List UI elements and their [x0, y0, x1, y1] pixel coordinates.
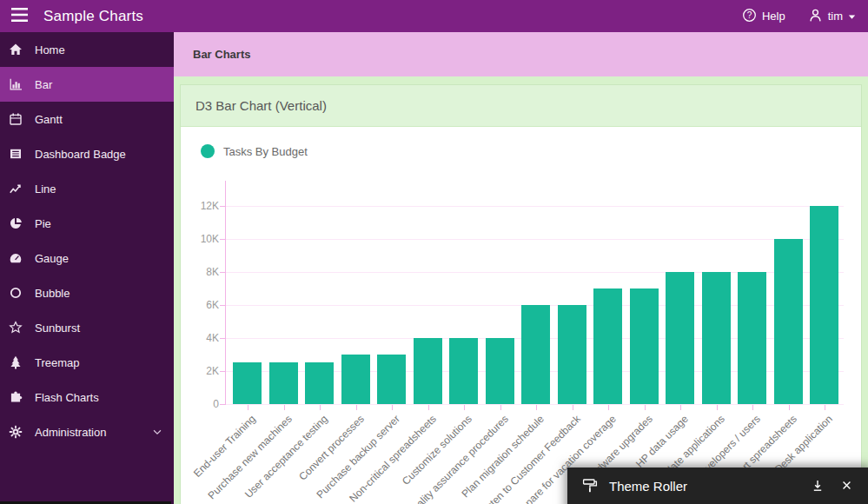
- tree-icon: [9, 355, 23, 369]
- sidebar-item-line[interactable]: Line: [0, 171, 174, 206]
- user-name: tim: [828, 10, 843, 23]
- gear-icon: [9, 425, 23, 439]
- bar-chart-icon: [9, 77, 23, 91]
- sidebar-item-label: Administration: [35, 426, 106, 439]
- y-axis-tick: [220, 338, 225, 339]
- bar: [702, 272, 731, 404]
- sidebar-item-label: Gantt: [35, 113, 63, 126]
- bar: [486, 338, 514, 404]
- hamburger-icon: [10, 7, 29, 26]
- gridline: [226, 239, 844, 240]
- sidebar-item-bar[interactable]: Bar: [0, 67, 174, 102]
- gridline: [226, 404, 844, 405]
- svg-text:?: ?: [747, 10, 752, 20]
- breadcrumb-toolbar: Bar Charts: [174, 32, 868, 76]
- x-axis-tick: [464, 405, 465, 410]
- sidebar-item-label: Gauge: [35, 252, 69, 265]
- x-axis-tick: [356, 405, 357, 410]
- bar: [558, 305, 586, 404]
- bar: [521, 305, 550, 404]
- legend-label: Tasks By Budget: [223, 145, 308, 158]
- x-axis-tick: [752, 405, 753, 410]
- y-axis-label: 6K: [181, 299, 219, 311]
- chart-card-title: D3 Bar Chart (Vertical): [195, 98, 327, 113]
- bar: [233, 362, 262, 404]
- x-axis-tick: [717, 405, 718, 410]
- sidebar-item-bubble[interactable]: Bubble: [0, 275, 174, 310]
- star-icon: [9, 321, 23, 335]
- help-button[interactable]: ? Help: [742, 8, 785, 25]
- legend-marker: [201, 144, 215, 158]
- sidebar-item-label: Pie: [35, 217, 51, 230]
- help-icon: ?: [742, 8, 757, 25]
- y-axis-label: 8K: [181, 266, 219, 278]
- sidebar-item-administration[interactable]: Administration: [0, 414, 174, 449]
- y-axis-tick: [220, 206, 225, 207]
- bar: [630, 288, 659, 404]
- sidebar-item-label: Flash Charts: [35, 391, 99, 404]
- puzzle-icon: [9, 390, 23, 404]
- sidebar-item-label: Dashboard Badge: [35, 148, 126, 161]
- download-button[interactable]: [811, 479, 825, 493]
- x-axis-tick: [825, 405, 825, 410]
- bubble-icon: [9, 286, 23, 300]
- chart-card-body: Tasks By Budget 02K4K6K8K10K12KEnd-user …: [181, 127, 861, 504]
- y-axis-tick: [220, 404, 225, 405]
- hamburger-menu-button[interactable]: [0, 0, 38, 32]
- user-menu-button[interactable]: tim: [808, 8, 856, 25]
- y-axis-tick: [220, 272, 225, 273]
- bar: [414, 338, 442, 404]
- app-title: Sample Charts: [43, 8, 143, 25]
- sidebar-item-label: Bubble: [35, 287, 70, 300]
- chevron-down-icon: [151, 426, 163, 438]
- sidebar-item-flash-charts[interactable]: Flash Charts: [0, 380, 174, 414]
- x-axis-tick: [680, 405, 681, 410]
- bar: [810, 206, 838, 404]
- bar: [269, 362, 298, 404]
- sidebar-item-label: Treemap: [35, 356, 80, 369]
- sidebar-nav: HomeBarGanttDashboard BadgeLinePieGaugeB…: [0, 32, 174, 504]
- calendar-icon: [9, 112, 23, 126]
- sidebar-item-label: Sunburst: [35, 322, 80, 335]
- y-axis-tick: [220, 305, 225, 306]
- gauge-icon: [9, 251, 23, 265]
- sidebar-item-home[interactable]: Home: [0, 32, 174, 67]
- home-icon: [9, 43, 23, 56]
- x-axis-tick: [392, 405, 393, 410]
- y-axis-label: 12K: [181, 200, 219, 212]
- close-icon[interactable]: [840, 479, 854, 493]
- bar: [774, 239, 803, 404]
- header-actions: ? Help tim: [742, 8, 868, 25]
- sidebar-item-gantt[interactable]: Gantt: [0, 102, 174, 136]
- theme-roller-panel: Theme Roller: [567, 468, 868, 504]
- user-icon: [808, 8, 823, 25]
- x-axis-tick: [608, 405, 609, 410]
- bar: [449, 338, 478, 404]
- paint-roller-icon: [581, 477, 599, 494]
- x-axis-tick: [284, 405, 285, 410]
- sidebar-item-label: Home: [35, 43, 65, 56]
- pie-chart-icon: [9, 216, 23, 230]
- x-axis-tick: [536, 405, 537, 410]
- y-axis-label: 10K: [181, 233, 219, 245]
- sidebar-item-gauge[interactable]: Gauge: [0, 241, 174, 275]
- bar: [377, 355, 406, 404]
- sidebar-item-pie[interactable]: Pie: [0, 206, 174, 241]
- x-axis-tick: [500, 405, 501, 410]
- chart-card: D3 Bar Chart (Vertical) Tasks By Budget …: [180, 84, 862, 504]
- y-axis-label: 0: [181, 398, 219, 410]
- x-axis-tick: [789, 405, 790, 410]
- bar: [593, 288, 622, 404]
- sidebar-item-dashboard-badge[interactable]: Dashboard Badge: [0, 136, 174, 171]
- theme-roller-title: Theme Roller: [609, 479, 795, 494]
- x-axis-tick: [320, 405, 321, 410]
- sidebar-item-label: Bar: [35, 78, 52, 91]
- bar: [341, 355, 370, 404]
- line-chart-icon: [9, 182, 23, 196]
- sidebar-item-sunburst[interactable]: Sunburst: [0, 310, 174, 345]
- chart-card-header: D3 Bar Chart (Vertical): [181, 85, 861, 127]
- bar: [305, 362, 334, 404]
- sidebar-item-treemap[interactable]: Treemap: [0, 345, 174, 380]
- y-axis-label: 4K: [181, 332, 219, 344]
- content-area: D3 Bar Chart (Vertical) Tasks By Budget …: [174, 76, 868, 504]
